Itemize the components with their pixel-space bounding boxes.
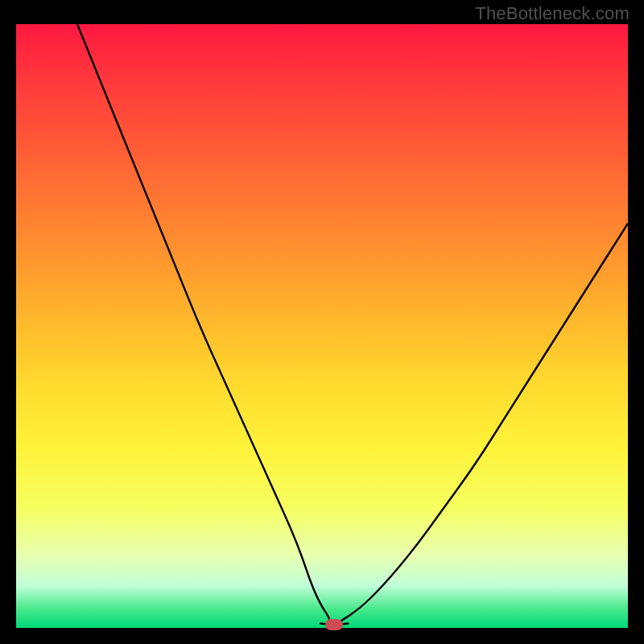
plot-area: [16, 24, 628, 628]
optimal-point-marker: [325, 619, 343, 630]
chart-page: TheBottleneck.com: [0, 0, 644, 644]
bottleneck-curve: [16, 24, 628, 628]
attribution-text: TheBottleneck.com: [475, 3, 630, 24]
